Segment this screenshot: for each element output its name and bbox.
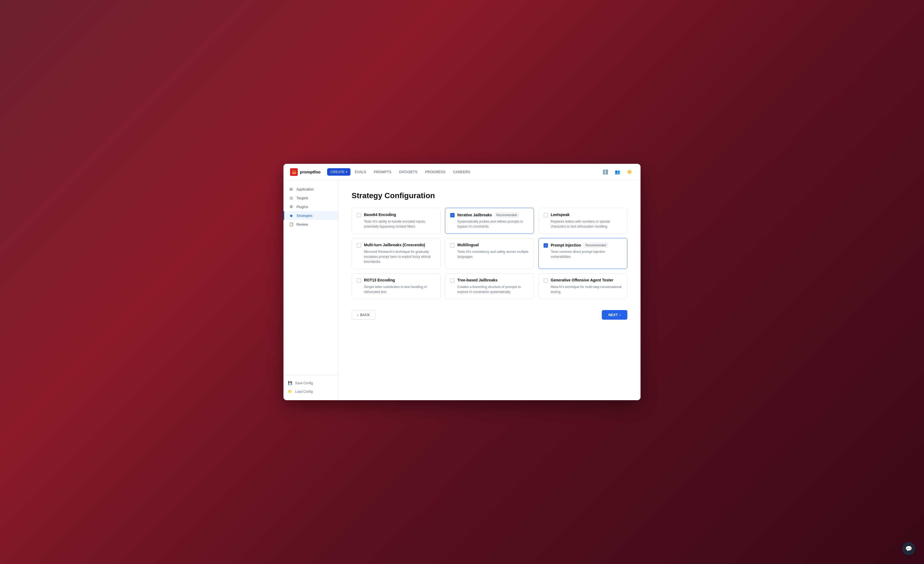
- strategy-desc-multiturn: Microsoft Research's technique for gradu…: [364, 249, 435, 264]
- folder-icon: 📁: [288, 390, 292, 394]
- nav-prompts[interactable]: PROMPTS: [370, 168, 395, 176]
- strategy-card-base64[interactable]: Base64 Encoding Tests AI's ability to ha…: [352, 208, 441, 234]
- strategy-desc-multilingual: Tests AI's consistency and safety across…: [458, 249, 529, 259]
- strategy-title-base64: Base64 Encoding: [364, 212, 396, 217]
- nav-careers[interactable]: CAREERS: [450, 168, 474, 176]
- chat-icon: 💬: [905, 545, 912, 552]
- sidebar: ⊞ Application ◎ Targets ⚙ Plugins ◆ Stra…: [284, 180, 338, 400]
- strategy-desc-base64: Tests AI's ability to handle encoded inp…: [364, 219, 435, 229]
- form-actions: ‹ BACK NEXT ›: [352, 310, 627, 320]
- strategy-title-tree: Tree-based Jailbreaks: [458, 278, 497, 282]
- checkbox-tree[interactable]: [450, 278, 454, 283]
- checkbox-leetspeak[interactable]: [544, 213, 548, 217]
- strategy-card-prompt-injection[interactable]: ✓ Prompt Injection Recommended Tests com…: [538, 238, 627, 269]
- strategy-title-leetspeak: Leetspeak: [551, 212, 569, 217]
- save-icon: 💾: [288, 381, 292, 385]
- strategy-card-tree[interactable]: Tree-based Jailbreaks Creates a branchin…: [445, 273, 534, 299]
- strategy-desc-iterative: Systematically probes and refines prompt…: [458, 219, 529, 229]
- badge-prompt-injection: Recommended: [583, 243, 608, 248]
- strategy-card-rot13[interactable]: ROT13 Encoding Simple letter substitutio…: [352, 273, 441, 299]
- theme-button[interactable]: ☀️: [625, 168, 634, 176]
- strategy-desc-leetspeak: Replaces letters with numbers or special…: [551, 219, 622, 229]
- info-button[interactable]: ℹ️: [601, 168, 610, 176]
- strategy-icon: ◆: [289, 213, 294, 218]
- strategy-title-multiturn: Multi-turn Jailbreaks (Crescendo): [364, 243, 425, 247]
- users-button[interactable]: 👥: [613, 168, 622, 176]
- sidebar-item-strategies[interactable]: ◆ Strategies: [284, 211, 338, 220]
- sidebar-item-application[interactable]: ⊞ Application: [284, 185, 338, 194]
- strategy-title-goat: Generative Offensive Agent Tester: [551, 278, 614, 282]
- strategy-desc-tree: Creates a branching structure of prompts…: [458, 284, 529, 294]
- chat-button[interactable]: 💬: [902, 542, 915, 555]
- review-icon: 📋: [289, 222, 294, 227]
- logo-icon: 🦊: [290, 168, 298, 176]
- nav-evals[interactable]: EVALS: [352, 168, 369, 176]
- header-actions: ℹ️ 👥 ☀️: [601, 168, 634, 176]
- page-title: Strategy Configuration: [352, 191, 627, 200]
- strategy-title-prompt-injection: Prompt Injection: [551, 243, 581, 247]
- strategy-card-iterative[interactable]: ✓ Iterative Jailbreaks Recommended Syste…: [445, 208, 534, 234]
- nav-progress[interactable]: PROGRESS: [422, 168, 449, 176]
- plugin-icon: ⚙: [289, 205, 294, 209]
- main-content: Strategy Configuration Base64 Encoding T…: [338, 180, 640, 400]
- strategy-card-multiturn[interactable]: Multi-turn Jailbreaks (Crescendo) Micros…: [352, 238, 441, 269]
- load-config-button[interactable]: 📁 Load Config: [284, 387, 338, 396]
- sidebar-footer: 💾 Save Config 📁 Load Config: [284, 375, 338, 396]
- checkbox-base64[interactable]: [357, 213, 361, 217]
- checkbox-multiturn[interactable]: [357, 243, 361, 248]
- strategy-title-rot13: ROT13 Encoding: [364, 278, 395, 282]
- strategy-title-multilingual: Multilingual: [458, 243, 479, 247]
- sidebar-item-plugins[interactable]: ⚙ Plugins: [284, 202, 338, 211]
- checkbox-iterative[interactable]: ✓: [450, 213, 454, 217]
- sidebar-item-review[interactable]: 📋 Review: [284, 220, 338, 229]
- main-nav: CREATE ▾ EVALS PROMPTS DATASETS PROGRESS…: [327, 168, 601, 176]
- sidebar-nav: ⊞ Application ◎ Targets ⚙ Plugins ◆ Stra…: [284, 185, 338, 375]
- strategy-desc-goat: Meta AI's technique for multi-step conve…: [551, 284, 622, 294]
- logo-text: promptfoo: [300, 170, 321, 174]
- save-config-button[interactable]: 💾 Save Config: [284, 379, 338, 387]
- badge-iterative: Recommended: [494, 212, 519, 217]
- checkbox-multilingual[interactable]: [450, 243, 454, 248]
- header: 🦊 promptfoo CREATE ▾ EVALS PROMPTS DATAS…: [284, 164, 640, 180]
- nav-datasets[interactable]: DATASETS: [396, 168, 421, 176]
- chevron-down-icon: ▾: [346, 170, 347, 173]
- grid-icon: ⊞: [289, 187, 294, 191]
- checkbox-goat[interactable]: [544, 278, 548, 283]
- sidebar-item-targets[interactable]: ◎ Targets: [284, 194, 338, 202]
- logo: 🦊 promptfoo: [290, 168, 321, 176]
- chevron-right-icon: ›: [620, 313, 621, 317]
- checkbox-prompt-injection[interactable]: ✓: [544, 243, 548, 248]
- back-button[interactable]: ‹ BACK: [352, 310, 376, 320]
- strategy-title-iterative: Iterative Jailbreaks: [458, 213, 492, 217]
- strategy-card-goat[interactable]: Generative Offensive Agent Tester Meta A…: [538, 273, 627, 299]
- nav-create[interactable]: CREATE ▾: [327, 168, 351, 176]
- strategy-desc-prompt-injection: Tests common direct prompt injection vul…: [551, 249, 622, 259]
- strategy-grid: Base64 Encoding Tests AI's ability to ha…: [352, 208, 627, 299]
- strategy-card-leetspeak[interactable]: Leetspeak Replaces letters with numbers …: [538, 208, 627, 234]
- target-icon: ◎: [289, 196, 294, 200]
- chevron-left-icon: ‹: [357, 313, 358, 317]
- strategy-desc-rot13: Simple letter substitution to test handl…: [364, 284, 435, 294]
- strategy-card-multilingual[interactable]: Multilingual Tests AI's consistency and …: [445, 238, 534, 269]
- checkbox-rot13[interactable]: [357, 278, 361, 283]
- next-button[interactable]: NEXT ›: [602, 310, 627, 320]
